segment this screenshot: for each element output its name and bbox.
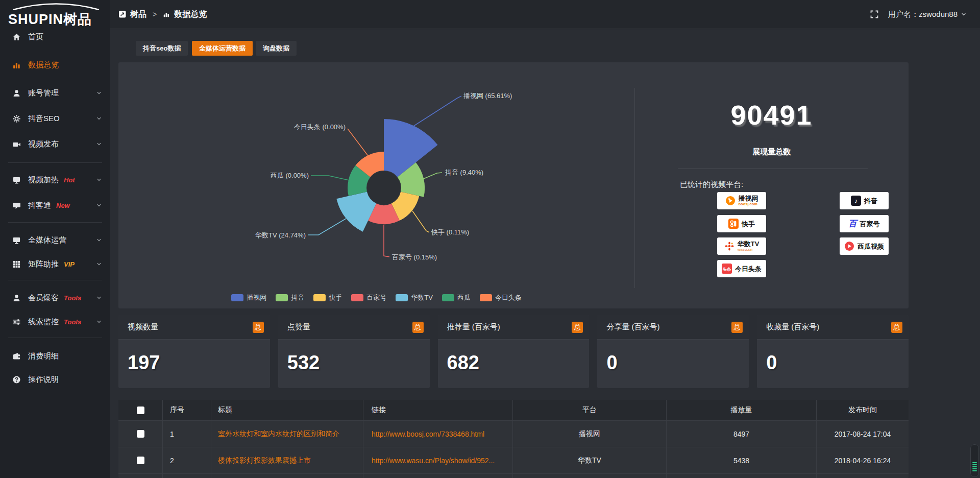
total-badge: 总 [891, 322, 902, 333]
row-num: 1 [170, 430, 174, 438]
sidebar-divider [8, 222, 102, 223]
table-header-row: 序号标题链接平台播放量发布时间 [118, 400, 909, 420]
sidebar-item-label: 全媒体运营 [28, 235, 66, 245]
question-icon [12, 375, 21, 384]
col-header: 播放量 [731, 405, 752, 415]
platform-name: 百家号 [860, 221, 880, 227]
boosj-logo-icon [725, 196, 736, 206]
stat-card-value: 0 [757, 340, 909, 374]
sidebar-item-badge: Tools [64, 318, 81, 326]
legend-item-播视网[interactable]: 播视网 [231, 293, 266, 302]
stat-card-value: 197 [118, 340, 270, 374]
legend-item-快手[interactable]: 快手 [313, 293, 342, 302]
pie-label-华数TV: 华数TV (24.74%) [255, 231, 306, 239]
sidebar-item-线索监控[interactable]: 线索监控Tools [0, 310, 110, 333]
sidebar-item-数据总览[interactable]: 数据总览 [0, 54, 110, 76]
row-plays: 8497 [733, 430, 749, 438]
platform-sub: wasu.cn [738, 248, 760, 252]
legend-item-百家号[interactable]: 百家号 [351, 293, 386, 302]
tab-询盘数据[interactable]: 询盘数据 [256, 41, 297, 56]
stat-card-视频数量: 视频数量总197 [118, 315, 270, 388]
monitor-icon [12, 176, 21, 184]
legend-label: 抖音 [291, 293, 304, 302]
chevron-down-icon [96, 90, 102, 96]
video-title-link[interactable]: 室外水纹灯和室内水纹灯的区别和简介 [218, 429, 339, 439]
legend-item-华数TV[interactable]: 华数TV [396, 293, 433, 302]
video-url-link[interactable]: http://www.wasu.cn/Play/show/id/952... [372, 457, 495, 465]
sidebar-item-全媒体运营[interactable]: 全媒体运营 [0, 229, 110, 251]
platform-name: 快手 [742, 221, 755, 227]
platform-pie-chart: 播视网 (65.61%)抖音 (9.40%)快手 (0.11%)百家号 (0.1… [118, 62, 634, 308]
sidebar-item-账号管理[interactable]: 账号管理 [0, 82, 110, 104]
breadcrumb-app-icon [119, 11, 126, 18]
platform-name: 今日头条 [735, 266, 762, 272]
platform-badge-西瓜视频: 西瓜视频 [840, 237, 889, 255]
sidebar-item-视频发布[interactable]: 视频发布 [0, 133, 110, 155]
chevron-down-icon [96, 177, 102, 183]
screen-icon [12, 236, 21, 245]
fullscreen-icon[interactable] [870, 10, 879, 19]
row-time: 2018-04-26 16:24 [835, 457, 891, 465]
sidebar-item-label: 抖客通 [28, 201, 51, 210]
stat-card-header: 分享量 (百家号)总 [597, 315, 749, 340]
video-url-link[interactable]: http://www.boosj.com/7338468.html [372, 430, 484, 438]
tab-全媒体运营数据[interactable]: 全媒体运营数据 [192, 41, 253, 56]
sidebar-divider [8, 280, 102, 280]
legend-item-抖音[interactable]: 抖音 [276, 293, 304, 302]
row-checkbox[interactable] [137, 457, 144, 464]
row-num: 2 [170, 457, 174, 465]
row-plays: 5438 [733, 457, 749, 465]
stat-card-header: 推荐量 (百家号)总 [438, 315, 590, 340]
col-header: 链接 [372, 405, 386, 415]
chat-icon [12, 201, 21, 210]
sidebar-item-首页[interactable]: 首页 [0, 26, 110, 48]
stat-card-value: 682 [438, 340, 590, 374]
select-all-checkbox[interactable] [137, 407, 144, 414]
tab-抖音seo数据[interactable]: 抖音seo数据 [136, 41, 188, 56]
stat-card-value: 532 [278, 340, 430, 374]
pie-label-line [384, 225, 389, 257]
legend-swatch [276, 294, 288, 301]
legend-item-今日头条[interactable]: 今日头条 [480, 293, 522, 302]
topbar: 树品 > 数据总览 用户名：zswodun88 [110, 0, 980, 29]
legend-swatch [396, 294, 408, 301]
platform-badge-快手: 快手 [717, 215, 766, 232]
sidebar-item-会员爆客[interactable]: 会员爆客Tools [0, 286, 110, 309]
legend-label: 西瓜 [457, 293, 471, 302]
sidebar-item-矩阵助推[interactable]: 矩阵助推VIP [0, 253, 110, 275]
legend-item-西瓜[interactable]: 西瓜 [442, 293, 471, 302]
pie-label-抖音: 抖音 (9.40%) [445, 169, 483, 176]
breadcrumb-separator: > [151, 10, 159, 18]
breadcrumb-home[interactable]: 树品 [130, 9, 146, 20]
sidebar-item-抖客通[interactable]: 抖客通New [0, 194, 110, 217]
sidebar-item-操作说明[interactable]: 操作说明 [0, 368, 110, 391]
row-checkbox[interactable] [137, 430, 144, 438]
baijiahao-logo-icon: 百 [849, 219, 857, 229]
sidebar: SHUPIN树品 首页数据总览账号管理抖音SEO视频发布视频加热Hot抖客通Ne… [0, 0, 110, 478]
video-title-link[interactable]: 楼体投影灯投影效果震撼上市 [218, 456, 311, 465]
col-header: 发布时间 [848, 405, 877, 415]
platform-name: 播视网 [739, 195, 758, 202]
row-platform: 华数TV [578, 456, 601, 465]
sidebar-item-抖音SEO[interactable]: 抖音SEO [0, 107, 110, 130]
floating-widget[interactable] [970, 444, 979, 477]
sidebar-item-消费明细[interactable]: 消费明细 [0, 345, 110, 367]
platform-badge-百家号: 百百家号 [840, 215, 889, 232]
sidebar-item-视频加热[interactable]: 视频加热Hot [0, 169, 110, 191]
sidebar-item-label: 消费明细 [28, 351, 59, 361]
wasu-logo-icon [724, 241, 734, 251]
user-menu[interactable]: 用户名：zswodun88 [888, 10, 967, 19]
stat-card-label: 点赞量 [287, 322, 310, 332]
stat-card-分享量 (百家号): 分享量 (百家号)总0 [597, 315, 749, 388]
sidebar-item-badge: Hot [64, 176, 75, 184]
total-impressions-label: 展现量总数 [634, 147, 909, 157]
table-row-partial [118, 473, 909, 478]
sidebar-item-label: 抖音SEO [28, 114, 60, 124]
total-badge: 总 [253, 322, 264, 333]
pie-label-播视网: 播视网 (65.61%) [463, 92, 512, 100]
svg-text:头条: 头条 [723, 267, 731, 272]
platform-name: 西瓜视频 [857, 243, 884, 250]
legend-swatch [442, 294, 454, 301]
sidebar-item-label: 线索监控 [28, 317, 59, 327]
chevron-down-icon [96, 141, 102, 147]
